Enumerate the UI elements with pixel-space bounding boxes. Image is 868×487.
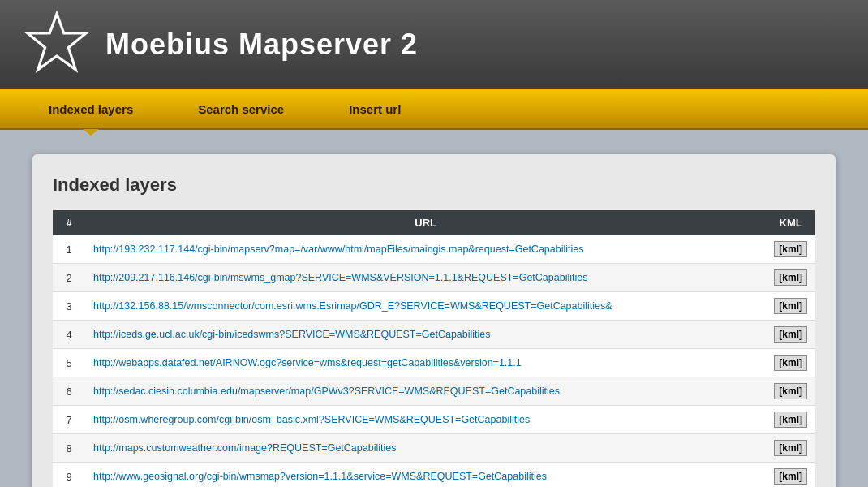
row-num: 8 bbox=[53, 434, 85, 463]
row-num: 2 bbox=[53, 264, 85, 292]
table-body: 1http://193.232.117.144/cgi-bin/mapserv?… bbox=[53, 235, 815, 487]
row-url[interactable]: http://sedac.ciesin.columbia.edu/mapserv… bbox=[85, 377, 766, 406]
nav-item-insert-url[interactable]: Insert url bbox=[316, 88, 433, 129]
row-url[interactable]: http://osm.wheregroup.com/cgi-bin/osm_ba… bbox=[85, 406, 766, 434]
table-header-row: # URL KML bbox=[53, 210, 815, 235]
row-url[interactable]: http://193.232.117.144/cgi-bin/mapserv?m… bbox=[85, 235, 766, 264]
row-num: 7 bbox=[53, 406, 85, 434]
svg-marker-0 bbox=[28, 14, 86, 70]
header: Moebius Mapserver 2 bbox=[0, 0, 868, 89]
row-num: 4 bbox=[53, 321, 85, 349]
row-kml[interactable]: [kml] bbox=[766, 349, 815, 377]
col-header-num: # bbox=[53, 210, 85, 235]
navbar: Indexed layers Search service Insert url bbox=[0, 89, 868, 130]
table-row: 5http://webapps.datafed.net/AIRNOW.ogc?s… bbox=[53, 349, 815, 377]
row-num: 6 bbox=[53, 377, 85, 406]
row-num: 3 bbox=[53, 292, 85, 321]
nav-item-indexed-layers[interactable]: Indexed layers bbox=[16, 88, 165, 129]
section-title: Indexed layers bbox=[53, 175, 815, 196]
row-kml[interactable]: [kml] bbox=[766, 292, 815, 321]
col-header-kml: KML bbox=[766, 210, 815, 235]
row-num: 5 bbox=[53, 349, 85, 377]
row-url[interactable]: http://webapps.datafed.net/AIRNOW.ogc?se… bbox=[85, 349, 766, 377]
row-url[interactable]: http://maps.customweather.com/image?REQU… bbox=[85, 434, 766, 463]
layers-table: # URL KML 1http://193.232.117.144/cgi-bi… bbox=[53, 210, 815, 487]
row-num: 1 bbox=[53, 235, 85, 264]
table-row: 4http://iceds.ge.ucl.ac.uk/cgi-bin/iceds… bbox=[53, 321, 815, 349]
row-kml[interactable]: [kml] bbox=[766, 235, 815, 264]
table-row: 3http://132.156.88.15/wmsconnector/com.e… bbox=[53, 292, 815, 321]
row-url[interactable]: http://iceds.ge.ucl.ac.uk/cgi-bin/icedsw… bbox=[85, 321, 766, 349]
table-row: 1http://193.232.117.144/cgi-bin/mapserv?… bbox=[53, 235, 815, 264]
table-row: 7http://osm.wheregroup.com/cgi-bin/osm_b… bbox=[53, 406, 815, 434]
row-kml[interactable]: [kml] bbox=[766, 264, 815, 292]
nav-item-search-service[interactable]: Search service bbox=[165, 88, 316, 129]
col-header-url: URL bbox=[85, 210, 766, 235]
row-kml[interactable]: [kml] bbox=[766, 463, 815, 488]
row-num: 9 bbox=[53, 463, 85, 488]
row-kml[interactable]: [kml] bbox=[766, 321, 815, 349]
table-row: 9http://www.geosignal.org/cgi-bin/wmsmap… bbox=[53, 463, 815, 488]
row-url[interactable]: http://www.geosignal.org/cgi-bin/wmsmap?… bbox=[85, 463, 766, 488]
row-url[interactable]: http://209.217.116.146/cgi-bin/mswms_gma… bbox=[85, 264, 766, 292]
row-kml[interactable]: [kml] bbox=[766, 377, 815, 406]
row-kml[interactable]: [kml] bbox=[766, 406, 815, 434]
table-row: 8http://maps.customweather.com/image?REQ… bbox=[53, 434, 815, 463]
table-row: 2http://209.217.116.146/cgi-bin/mswms_gm… bbox=[53, 264, 815, 292]
main-content: Indexed layers # URL KML 1http://193.232… bbox=[0, 130, 868, 487]
row-url[interactable]: http://132.156.88.15/wmsconnector/com.es… bbox=[85, 292, 766, 321]
star-icon bbox=[24, 11, 89, 79]
content-box: Indexed layers # URL KML 1http://193.232… bbox=[32, 154, 836, 487]
app-title: Moebius Mapserver 2 bbox=[105, 28, 418, 62]
row-kml[interactable]: [kml] bbox=[766, 434, 815, 463]
table-row: 6http://sedac.ciesin.columbia.edu/mapser… bbox=[53, 377, 815, 406]
